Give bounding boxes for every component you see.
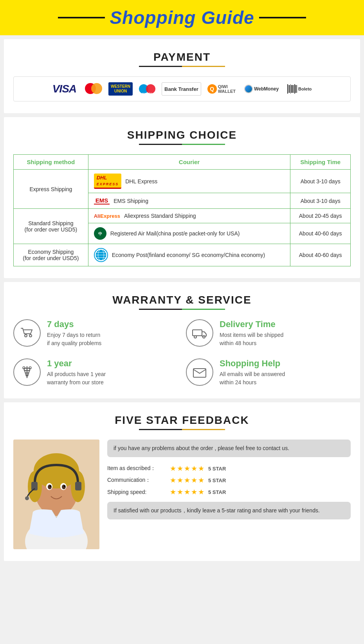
ratings-container: Item as described： ★ ★ ★ ★ ★ 5 STAR Comm… [107, 464, 351, 496]
webmoney-icon: WebMoney [242, 82, 281, 96]
col-time: Shipping Time [290, 155, 351, 170]
warranty-title: WARRANTY & SERVICE [13, 294, 351, 306]
col-courier: Courier [88, 155, 290, 170]
maestro-label: maestro [142, 92, 152, 95]
mastercard-icon [83, 82, 105, 96]
rating-row-shipping: Shipping speed: ★ ★ ★ ★ ★ 5 STAR [107, 488, 351, 496]
rating-value-communication: 5 STAR [208, 478, 226, 483]
stars-description: ★ ★ ★ ★ ★ [170, 464, 204, 473]
dhl-logo: DHLEXPRESS [94, 174, 122, 189]
page-header: Shopping Guide [0, 0, 364, 35]
underline-dark [139, 309, 182, 310]
ems-logo: EMS [94, 197, 110, 204]
header-line-left [58, 17, 105, 18]
speech-bubble-top: if you have any problems about the order… [107, 440, 351, 457]
aliexpress-logo: AliExpress [94, 213, 120, 219]
tools-icon-circle [13, 358, 41, 386]
boleto-barcode [287, 84, 297, 94]
rating-row-description: Item as described： ★ ★ ★ ★ ★ 5 STAR [107, 464, 351, 473]
shipping-section: SHIPPING CHOICE Shipping method Courier … [4, 117, 360, 278]
underline-gold [182, 66, 225, 67]
rating-label-communication: Communication： [107, 477, 170, 484]
star-1: ★ [170, 464, 176, 473]
courier-ali: AliExpress Aliexpress Standard Shipping [88, 209, 290, 223]
time-ems: About 3-10 days [290, 193, 351, 209]
warranty-text-warranty: 1 year All products have 1 yearwarranty … [47, 358, 106, 387]
star-4: ★ [191, 464, 197, 473]
star-3: ★ [184, 464, 190, 473]
time-ali: About 20-45 days [290, 209, 351, 223]
warranty-text-returns: 7 days Enjoy 7 days to returnif any qual… [47, 319, 101, 347]
feedback-right: if you have any problems about the order… [107, 440, 351, 519]
method-express: Express Shipping [14, 170, 88, 209]
svg-point-33 [62, 485, 66, 489]
header-line-right [259, 17, 306, 18]
truck-icon [191, 325, 208, 341]
underline-dark [139, 429, 182, 430]
courier-chinapost: 中 Registered Air Mail(china post/e packe… [88, 223, 290, 244]
svg-point-32 [48, 485, 52, 489]
svg-point-9 [29, 335, 32, 337]
warranty-title-warranty: 1 year [47, 358, 106, 369]
warranty-item-help: Shopping Help All emails will be answere… [186, 358, 351, 387]
visa-icon: VISA [50, 82, 79, 96]
bank-transfer-icon: Bank Transfer [162, 82, 201, 96]
warranty-title-delivery: Delivery Time [220, 319, 283, 329]
table-row: Express Shipping DHLEXPRESS DHL Express … [14, 170, 351, 193]
courier-dhl: DHLEXPRESS DHL Express [88, 170, 290, 193]
stars-communication: ★ ★ ★ ★ ★ [170, 476, 204, 485]
feedback-title-underline [139, 429, 225, 430]
ems-name: EMS Shipping [114, 198, 148, 204]
cart-icon [19, 325, 35, 341]
mc-yellow-circle [91, 83, 102, 94]
speech-bubble-bottom: If satisfied with our products，kindly le… [107, 502, 351, 519]
warranty-grid: 7 days Enjoy 7 days to returnif any qual… [13, 319, 351, 387]
warranty-desc-help: All emails will be answeredwithin 24 hou… [220, 370, 285, 387]
person-svg [13, 440, 99, 549]
payment-title-underline [139, 66, 225, 67]
col-method: Shipping method [14, 155, 88, 170]
svg-point-8 [25, 335, 27, 337]
shipping-table: Shipping method Courier Shipping Time Ex… [13, 154, 351, 266]
time-chinapost: About 40-60 days [290, 223, 351, 244]
svg-rect-10 [193, 330, 202, 336]
shipping-title-underline [139, 144, 225, 145]
star-2: ★ [177, 464, 183, 473]
truck-icon-circle [186, 319, 213, 347]
method-economy: Economy Shipping(for order under USD5) [14, 244, 88, 266]
payment-icons-container: VISA WESTERNUNION maestro Bank Transfer … [13, 76, 351, 101]
underline-dark [139, 66, 182, 67]
feedback-section: FIVE STAR FEEDBACK [4, 402, 360, 561]
warranty-title-returns: 7 days [47, 319, 101, 329]
star-3: ★ [184, 476, 190, 485]
mail-icon-circle [186, 358, 213, 386]
star-5: ★ [198, 488, 204, 496]
qiwi-q: Q [207, 84, 217, 94]
payment-section: PAYMENT VISA WESTERNUNION maestro Bank T… [4, 39, 360, 113]
warranty-item-delivery: Delivery Time Most items will be shipped… [186, 319, 351, 347]
star-3: ★ [184, 488, 190, 496]
warranty-desc-delivery: Most items will be shippedwithin 48 hour… [220, 331, 283, 347]
ali-name: Aliexpress Standard Shipping [124, 213, 196, 219]
warranty-title-help: Shopping Help [220, 358, 285, 369]
qiwi-label: QIWIWALLET [218, 84, 236, 94]
rating-value-description: 5 STAR [208, 466, 226, 472]
warranty-desc-warranty: All products have 1 yearwarranty from ou… [47, 370, 106, 387]
star-5: ★ [198, 476, 204, 485]
warranty-item-returns: 7 days Enjoy 7 days to returnif any qual… [13, 319, 178, 347]
svg-point-35 [64, 485, 65, 487]
warranty-section: WARRANTY & SERVICE 7 days Enjoy 7 days t… [4, 282, 360, 398]
warranty-item-warranty: 1 year All products have 1 yearwarranty … [13, 358, 178, 387]
dhl-name: DHL Express [125, 178, 157, 185]
star-4: ★ [191, 476, 197, 485]
stars-shipping: ★ ★ ★ ★ ★ [170, 488, 204, 496]
star-5: ★ [198, 464, 204, 473]
maestro-icon: maestro [137, 82, 158, 96]
western-union-icon: WESTERNUNION [108, 82, 133, 96]
underline-gold2 [182, 429, 225, 430]
qiwi-icon: Q QIWIWALLET [205, 82, 238, 96]
table-row: Standard Shipping(for order over USD5) A… [14, 209, 351, 223]
economy-name: Economy Post(finland economy/ SG economy… [112, 252, 265, 258]
courier-economy: Economy Post(finland economy/ SG economy… [88, 244, 290, 266]
method-standard: Standard Shipping(for order over USD5) [14, 209, 88, 244]
